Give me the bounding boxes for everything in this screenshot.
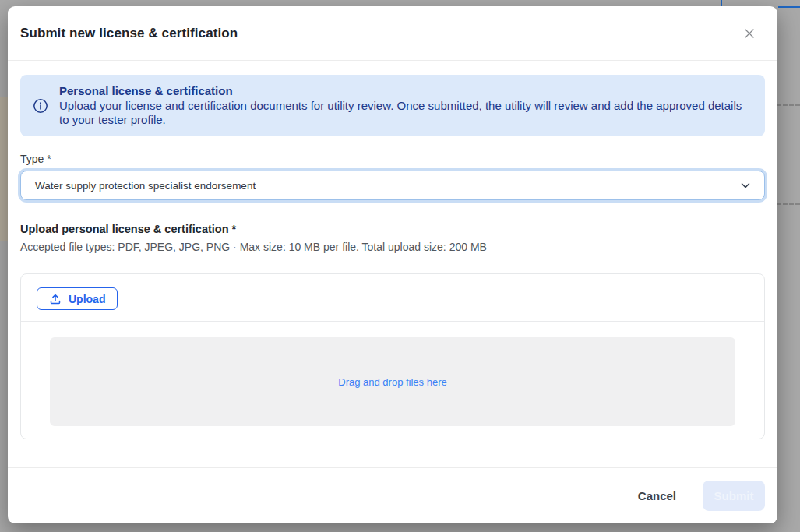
upload-field-label: Upload personal license & certification … [20, 223, 765, 235]
background-dashed-line [777, 203, 800, 205]
background-sidebar-strip [0, 97, 8, 241]
close-icon [742, 26, 756, 41]
type-select-value: Water supply protection specialist endor… [35, 180, 256, 192]
cancel-button[interactable]: Cancel [633, 483, 681, 509]
info-banner-heading: Personal license & certification [59, 84, 752, 98]
type-select[interactable]: Water supply protection specialist endor… [20, 171, 765, 200]
modal-title: Submit new license & certification [20, 26, 238, 41]
close-button[interactable] [738, 23, 760, 44]
info-banner: Personal license & certification Upload … [20, 75, 765, 136]
info-banner-body: Upload your license and certification do… [59, 99, 752, 127]
dropzone-wrapper: Drag and drop files here [21, 322, 764, 439]
type-field-label: Type * [20, 153, 765, 165]
modal-header: Submit new license & certification [8, 6, 777, 61]
upload-card-toolbar: Upload [21, 274, 764, 322]
upload-button[interactable]: Upload [37, 287, 118, 310]
background-focused-element-edge [778, 6, 800, 8]
upload-helper-text: Accepted file types: PDF, JPEG, JPG, PNG… [20, 241, 765, 253]
modal-footer: Cancel Submit [8, 467, 777, 523]
dropzone-text: Drag and drop files here [338, 376, 446, 388]
submit-license-modal: Submit new license & certification Perso… [8, 6, 777, 523]
info-banner-text: Personal license & certification Upload … [59, 84, 752, 127]
background-dashed-line [777, 104, 800, 106]
modal-body: Personal license & certification Upload … [8, 61, 777, 467]
submit-button[interactable]: Submit [703, 481, 765, 511]
upload-card: Upload Drag and drop files here [20, 273, 765, 439]
info-circle-icon [33, 98, 48, 114]
drag-and-drop-zone[interactable]: Drag and drop files here [50, 337, 735, 426]
upload-tray-icon [49, 293, 62, 305]
upload-button-label: Upload [69, 293, 105, 305]
chevron-down-icon [739, 179, 752, 192]
